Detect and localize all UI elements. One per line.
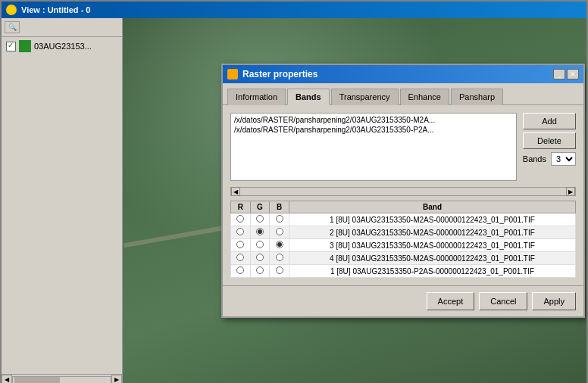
- dialog-title: Raster properties: [242, 69, 552, 79]
- main-window: View : Untitled - 0 🔍 03AUG23153... ◀ ▶: [0, 0, 588, 383]
- band-row-3: 3 [8U] 03AUG23153350-M2AS-000000122423_0…: [231, 239, 576, 252]
- dialog-title-bar: Raster properties _ ✕: [223, 65, 583, 83]
- scroll-right-arrow[interactable]: ▶: [111, 375, 122, 384]
- layer-item[interactable]: 03AUG23153...: [2, 37, 122, 55]
- dialog-minimize-button[interactable]: _: [553, 69, 565, 79]
- layer-label: 03AUG23153...: [34, 42, 92, 51]
- window-title: View : Untitled - 0: [21, 5, 582, 14]
- scroll-thumb[interactable]: [14, 377, 60, 383]
- radio-b-1[interactable]: [270, 213, 289, 226]
- radio-r-4[interactable]: [231, 252, 251, 265]
- radio-g-1[interactable]: [250, 213, 270, 226]
- zoom-button[interactable]: 🔍: [5, 21, 20, 33]
- content-area: 🔍 03AUG23153... ◀ ▶: [2, 18, 586, 383]
- hscroll-left[interactable]: ◀: [231, 187, 240, 196]
- tab-information[interactable]: Information: [227, 89, 286, 105]
- dialog-close-button[interactable]: ✕: [567, 69, 579, 79]
- file-list-item[interactable]: /x/datos/RASTER/pansharpening2/03AUG2315…: [233, 115, 514, 125]
- band-row-1: 1 [8U] 03AUG23153350-M2AS-000000122423_0…: [231, 213, 576, 226]
- radio-r-5[interactable]: [231, 265, 251, 278]
- file-list[interactable]: /x/datos/RASTER/pansharpening2/03AUG2315…: [230, 113, 517, 181]
- radio-b-5[interactable]: [270, 265, 289, 278]
- file-list-item[interactable]: /x/datos/RASTER/pansharpening2/03AUG2315…: [233, 125, 514, 135]
- band-row-5: 1 [8U] 03AUG23153350-P2AS-000000122423_0…: [231, 265, 576, 278]
- scroll-track[interactable]: [12, 376, 111, 384]
- radio-g-3[interactable]: [250, 239, 270, 252]
- radio-r-3[interactable]: [231, 239, 251, 252]
- radio-g-2[interactable]: [250, 226, 270, 239]
- col-header-g: G: [250, 201, 270, 213]
- radio-g-5[interactable]: [250, 265, 270, 278]
- scroll-left-arrow[interactable]: ◀: [2, 375, 12, 384]
- radio-b-3[interactable]: [270, 239, 289, 252]
- band-row-4: 4 [8U] 03AUG23153350-M2AS-000000122423_0…: [231, 252, 576, 265]
- accept-button[interactable]: Accept: [427, 292, 475, 310]
- band-row-2: 2 [8U] 03AUG23153350-M2AS-000000122423_0…: [231, 226, 576, 239]
- dialog-content: /x/datos/RASTER/pansharpening2/03AUG2315…: [223, 105, 583, 285]
- band-label-2: 2 [8U] 03AUG23153350-M2AS-000000122423_0…: [289, 226, 575, 239]
- app-icon: [6, 5, 17, 15]
- band-label-3: 3 [8U] 03AUG23153350-M2AS-000000122423_0…: [289, 239, 575, 252]
- band-label-5: 1 [8U] 03AUG23153350-P2AS-000000122423_0…: [289, 265, 575, 278]
- add-button[interactable]: Add: [523, 113, 576, 129]
- map-area: Raster properties _ ✕ Information Bands …: [123, 18, 586, 383]
- radio-b-4[interactable]: [270, 252, 289, 265]
- delete-button[interactable]: Delete: [523, 132, 576, 149]
- col-header-band: Band: [289, 201, 575, 213]
- tab-pansharp[interactable]: Pansharp: [451, 89, 503, 105]
- hscroll-right[interactable]: ▶: [566, 187, 575, 196]
- tab-bands[interactable]: Bands: [287, 89, 330, 105]
- cancel-button[interactable]: Cancel: [479, 292, 527, 310]
- file-list-section: /x/datos/RASTER/pansharpening2/03AUG2315…: [230, 113, 576, 181]
- tab-transparency[interactable]: Transparency: [331, 89, 399, 105]
- toolbar: 🔍: [2, 18, 122, 37]
- tabs-bar: Information Bands Transparency Enhance P…: [223, 83, 583, 105]
- raster-properties-dialog: Raster properties _ ✕ Information Bands …: [221, 64, 585, 318]
- file-buttons: Add Delete Bands 3 1 4: [523, 113, 576, 181]
- title-bar: View : Untitled - 0: [2, 2, 586, 18]
- hscroll-track[interactable]: [240, 188, 566, 195]
- col-header-r: R: [231, 201, 251, 213]
- left-panel: 🔍 03AUG23153... ◀ ▶: [2, 18, 123, 383]
- dialog-footer: Accept Cancel Apply: [223, 285, 583, 316]
- radio-r-2[interactable]: [231, 226, 251, 239]
- band-label-1: 1 [8U] 03AUG23153350-M2AS-000000122423_0…: [289, 213, 575, 226]
- bands-select[interactable]: 3 1 4: [551, 152, 576, 166]
- radio-r-1[interactable]: [231, 213, 251, 226]
- apply-button[interactable]: Apply: [532, 292, 576, 310]
- radio-b-2[interactable]: [270, 226, 289, 239]
- bands-label: Bands: [523, 154, 546, 163]
- bands-row: Bands 3 1 4: [523, 152, 576, 166]
- file-list-hscroll[interactable]: ◀ ▶: [230, 187, 576, 196]
- tab-enhance[interactable]: Enhance: [400, 89, 449, 105]
- layer-checkbox[interactable]: [6, 42, 16, 51]
- dialog-icon: [227, 69, 238, 79]
- band-table: R G B Band 1 [8U] 03AUG231533: [230, 201, 576, 278]
- radio-g-4[interactable]: [250, 252, 270, 265]
- band-label-4: 4 [8U] 03AUG23153350-M2AS-000000122423_0…: [289, 252, 575, 265]
- horizontal-scrollbar[interactable]: ◀ ▶: [2, 374, 122, 383]
- layer-icon: [19, 40, 31, 52]
- col-header-b: B: [270, 201, 289, 213]
